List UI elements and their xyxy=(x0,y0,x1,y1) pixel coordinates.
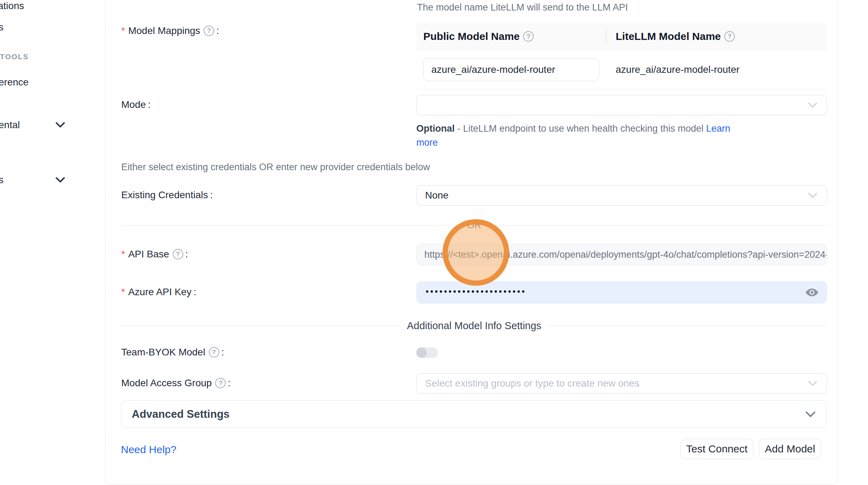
team-byok-label: Team-BYOK Model ? : xyxy=(121,347,224,358)
help-circle-icon[interactable]: ? xyxy=(724,31,735,42)
mode-select[interactable] xyxy=(416,95,827,115)
existing-credentials-label: Existing Credentials : xyxy=(121,189,213,201)
chevron-down-icon xyxy=(808,102,818,108)
chevron-down-icon xyxy=(805,411,816,418)
sidebar-item-label: s xyxy=(0,22,4,33)
additional-info-divider: Additional Model Info Settings xyxy=(121,319,827,332)
sidebar-item-api-reference[interactable]: erence xyxy=(0,77,29,88)
azure-api-key-input[interactable]: •••••••••••••••••••••• xyxy=(416,281,827,304)
model-access-group-select[interactable]: Select existing groups or type to create… xyxy=(416,373,827,394)
help-circle-icon[interactable]: ? xyxy=(209,347,219,358)
existing-credentials-select[interactable]: None xyxy=(416,185,827,206)
azure-api-key-label: * Azure API Key : xyxy=(121,286,196,298)
mode-label: Mode : xyxy=(121,99,151,110)
sidebar-item-label: erence xyxy=(0,77,29,88)
sidebar-section-label: TOOLS xyxy=(0,53,29,61)
public-model-name-cell xyxy=(416,58,606,81)
credentials-note: Either select existing credentials OR en… xyxy=(121,162,430,173)
toggle-knob xyxy=(416,347,427,358)
sidebar-item-label: ental xyxy=(0,119,20,130)
model-access-group-label: Model Access Group ? : xyxy=(121,377,231,389)
public-model-name-input[interactable] xyxy=(423,58,599,81)
need-help-link[interactable]: Need Help? xyxy=(121,444,176,456)
advanced-settings-title: Advanced Settings xyxy=(132,408,230,421)
column-header-litellm-model-name: LiteLLM Model Name ? xyxy=(606,23,827,50)
help-circle-icon[interactable]: ? xyxy=(173,249,183,259)
learn-more-link[interactable]: more xyxy=(416,137,438,148)
test-connect-button[interactable]: Test Connect xyxy=(680,439,753,459)
or-divider: OR xyxy=(121,220,827,230)
model-mappings-table: Public Model Name ? LiteLLM Model Name ?… xyxy=(416,23,827,89)
api-base-value: https://<test>.openai.azure.com/openai/d… xyxy=(424,249,827,260)
required-mark: * xyxy=(121,25,125,36)
sidebar-item-label: ations xyxy=(0,0,24,11)
help-circle-icon[interactable]: ? xyxy=(215,378,226,388)
team-byok-toggle[interactable] xyxy=(416,347,438,358)
chevron-down-icon xyxy=(54,176,66,184)
additional-info-divider-text: Additional Model Info Settings xyxy=(400,320,548,332)
or-divider-text: OR xyxy=(460,220,488,231)
model-name-note: The model name LiteLLM will send to the … xyxy=(417,2,628,13)
help-circle-icon[interactable]: ? xyxy=(523,31,534,42)
api-base-label: * API Base ? : xyxy=(121,249,188,260)
chevron-down-icon xyxy=(808,193,818,199)
required-mark: * xyxy=(121,286,125,298)
add-model-screen: ations s TOOLS erence ental s The model … xyxy=(0,0,868,485)
litellm-model-name-value: azure_ai/azure-model-router xyxy=(606,64,827,75)
eye-icon xyxy=(805,285,819,299)
column-header-public-model-name: Public Model Name ? xyxy=(416,30,606,42)
learn-more-link[interactable]: Learn xyxy=(706,123,730,134)
table-header-row: Public Model Name ? LiteLLM Model Name ? xyxy=(416,23,827,50)
sidebar-item-1[interactable]: s xyxy=(0,22,4,33)
advanced-settings-toggle[interactable]: Advanced Settings xyxy=(121,400,827,428)
add-model-button[interactable]: Add Model xyxy=(759,439,821,459)
chevron-down-icon xyxy=(54,121,66,129)
sidebar-item-settings[interactable]: s xyxy=(0,174,4,186)
sidebar-item-organizations[interactable]: ations xyxy=(0,0,24,12)
sidebar-section-tools: TOOLS xyxy=(0,53,29,61)
sidebar-item-label: s xyxy=(0,174,4,185)
table-row: azure_ai/azure-model-router xyxy=(416,50,827,89)
toggle-password-visibility-button[interactable] xyxy=(805,285,819,299)
existing-credentials-value: None xyxy=(425,190,449,201)
model-access-group-placeholder: Select existing groups or type to create… xyxy=(425,378,640,389)
api-base-input[interactable]: https://<test>.openai.azure.com/openai/d… xyxy=(416,244,827,265)
help-circle-icon[interactable]: ? xyxy=(204,26,214,36)
chevron-down-icon xyxy=(808,381,818,387)
model-mappings-label: * Model Mappings ? : xyxy=(121,25,219,36)
sidebar-item-experimental[interactable]: ental xyxy=(0,119,20,131)
masked-api-key: •••••••••••••••••••••• xyxy=(426,287,526,297)
mode-helper-text: Optional - LiteLLM endpoint to use when … xyxy=(416,122,732,150)
required-mark: * xyxy=(121,249,125,260)
